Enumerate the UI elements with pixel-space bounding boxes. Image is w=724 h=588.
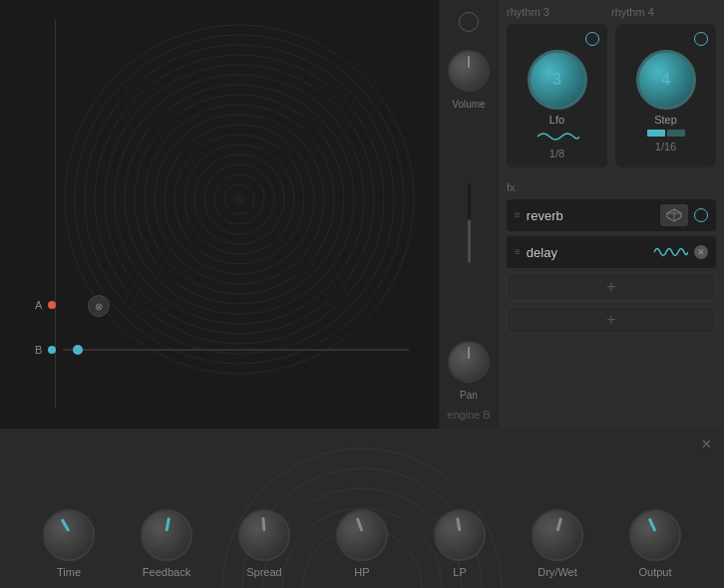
feedback-knob-group: Feedback — [141, 509, 192, 578]
hp-label: HP — [354, 566, 369, 578]
pan-knob[interactable] — [448, 341, 490, 383]
rhythm4-title: rhythm 4 — [611, 6, 716, 18]
rhythm-headers: rhythm 3 rhythm 4 — [499, 0, 724, 18]
pan-label: Pan — [460, 390, 478, 401]
dot-b — [48, 346, 56, 354]
top-section: A ⊗ B Volume Pan engine B — [0, 0, 724, 429]
spread-knob[interactable] — [238, 509, 290, 561]
rhythm-panels: 3 Lfo 1/8 — [499, 18, 724, 175]
vinyl-area: A ⊗ B — [0, 0, 439, 429]
engine-b-label: engine B — [447, 401, 490, 421]
reverb-power[interactable] — [694, 208, 708, 222]
rhythm4-knob-container: 4 — [636, 50, 696, 110]
time-knob[interactable] — [43, 509, 95, 561]
feedback-label: Feedback — [143, 566, 190, 578]
fx-add-button-2[interactable]: + — [507, 306, 716, 334]
fx-section: fx ≡ reverb ≡ — [499, 175, 724, 429]
center-column: Volume Pan engine B — [439, 0, 499, 429]
fx-reverb-item[interactable]: ≡ reverb — [507, 199, 716, 231]
delay-close-btn[interactable]: ✕ — [694, 245, 708, 259]
rhythm3-title: rhythm 3 — [507, 6, 611, 18]
rhythm3-mode: Lfo — [549, 114, 564, 126]
output-label: Output — [638, 566, 671, 578]
fx-add-button-1[interactable]: + — [507, 273, 716, 301]
time-knob-group: Time — [43, 509, 95, 578]
lfo-wave-icon — [536, 129, 579, 145]
output-knob[interactable] — [629, 509, 681, 561]
time-label: Time — [57, 566, 81, 578]
rhythm4-number: 4 — [661, 71, 670, 89]
bottom-section: ✕ Time Feedback Spread HP — [0, 429, 724, 588]
hp-knob[interactable] — [336, 509, 388, 561]
feedback-knob[interactable] — [141, 509, 192, 561]
rhythm3-power[interactable] — [585, 32, 599, 46]
rhythm3-knob-container: 3 — [528, 50, 587, 110]
rhythm4-value: 1/16 — [655, 141, 676, 152]
volume-slider-fill — [468, 219, 471, 263]
reverb-menu-icon: ≡ — [515, 210, 521, 220]
b-slider-track[interactable] — [63, 349, 409, 351]
lp-knob-group: LP — [434, 509, 486, 578]
volume-label: Volume — [452, 99, 485, 110]
spread-knob-group: Spread — [238, 509, 290, 578]
step-bar-1 — [647, 130, 665, 137]
delay-menu-icon: ≡ — [515, 247, 521, 257]
bottom-controls: Time Feedback Spread HP LP — [0, 429, 724, 588]
volume-knob[interactable] — [448, 50, 490, 92]
rhythm4-mode: Step — [654, 114, 677, 126]
fx-label: fx — [507, 181, 716, 193]
drywet-knob[interactable] — [532, 509, 583, 561]
step-bar-2 — [667, 130, 685, 137]
vinyl-graphic — [55, 15, 424, 384]
right-main-panel: rhythm 3 rhythm 4 3 Lfo — [499, 0, 724, 429]
label-b: B — [35, 344, 42, 356]
reverb-icon-box — [660, 204, 688, 226]
hp-knob-group: HP — [336, 509, 388, 578]
lp-knob[interactable] — [434, 509, 486, 561]
b-slider-thumb[interactable] — [73, 345, 83, 355]
rhythm4-panel: 4 Step 1/16 — [615, 24, 716, 167]
drywet-knob-group: Dry/Wet — [532, 509, 583, 578]
main-container: A ⊗ B Volume Pan engine B — [0, 0, 724, 588]
rhythm3-number: 3 — [552, 71, 561, 89]
reverb-cube-icon — [666, 208, 682, 222]
rhythm3-panel: 3 Lfo 1/8 — [507, 24, 607, 167]
reverb-name: reverb — [527, 208, 654, 223]
spread-label: Spread — [246, 566, 281, 578]
delay-wave-icon — [652, 241, 688, 263]
volume-slider-track[interactable] — [468, 183, 471, 263]
delay-name: delay — [527, 245, 646, 260]
fx-delay-item[interactable]: ≡ delay ✕ — [507, 236, 716, 268]
label-a: A — [35, 299, 42, 311]
bottom-close-button[interactable]: ✕ — [701, 437, 712, 451]
center-power-button[interactable] — [459, 12, 479, 32]
output-knob-group: Output — [629, 509, 681, 578]
rhythm3-value: 1/8 — [549, 147, 564, 159]
rhythm4-knob[interactable]: 4 — [636, 50, 696, 110]
drywet-label: Dry/Wet — [538, 566, 577, 578]
rhythm4-power[interactable] — [694, 32, 708, 46]
lp-label: LP — [453, 566, 466, 578]
dot-a — [48, 301, 56, 309]
rhythm3-knob[interactable]: 3 — [528, 50, 587, 110]
svg-point-17 — [233, 193, 245, 205]
step-pattern — [647, 130, 685, 137]
x-crosshair-icon[interactable]: ⊗ — [88, 295, 110, 317]
